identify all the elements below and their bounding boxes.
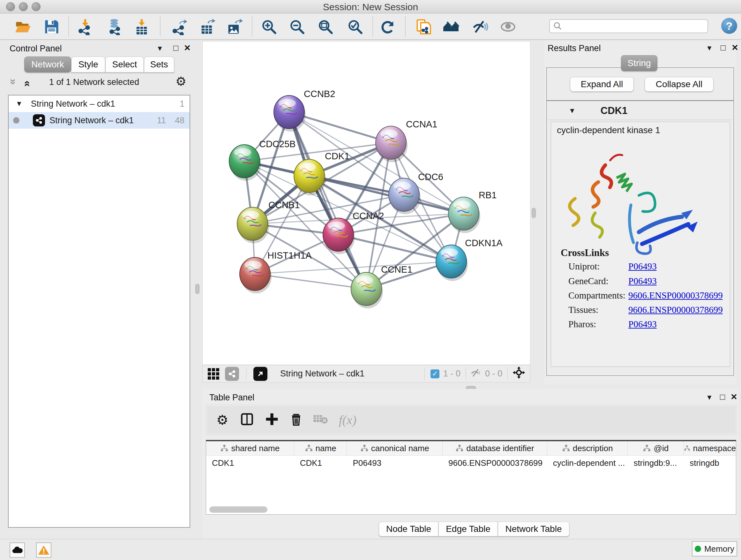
panel-close-icon[interactable]: ✕ <box>731 44 738 52</box>
crosslink-label: GeneCard: <box>568 276 609 287</box>
add-column-icon[interactable] <box>265 412 279 428</box>
tab-style[interactable]: Style <box>71 57 105 72</box>
open-session-icon[interactable] <box>14 18 32 36</box>
export-network-icon[interactable] <box>171 18 189 36</box>
column-header[interactable]: canonical name <box>347 441 443 455</box>
crosslink-tissues-link[interactable]: 9606.ENSP00000378699 <box>628 305 723 315</box>
export-image-icon[interactable] <box>225 18 243 36</box>
column-header[interactable]: database identifier <box>443 441 547 455</box>
network-status-dot <box>13 117 19 124</box>
gene-symbol: CDK1 <box>601 105 627 117</box>
zoom-selected-icon[interactable] <box>346 18 364 36</box>
panel-float-icon[interactable]: □ <box>720 393 725 401</box>
network-node-CCNE1[interactable]: CCNE1 <box>351 264 412 308</box>
panel-menu-icon[interactable]: ▼ <box>156 44 163 53</box>
tab-edge-table[interactable]: Edge Table <box>439 522 498 537</box>
tab-sets[interactable]: Sets <box>144 57 174 72</box>
save-session-icon[interactable] <box>43 18 61 36</box>
status-footer: Memory <box>0 539 741 560</box>
hide-selected-icon[interactable] <box>471 18 489 36</box>
grid-view-icon[interactable] <box>208 368 219 380</box>
network-node-CDC6[interactable]: CDC6 <box>389 172 443 214</box>
birdseye-navigator-icon[interactable] <box>512 366 526 381</box>
cloud-button[interactable] <box>10 543 25 558</box>
column-header[interactable]: @id <box>628 441 684 455</box>
expand-all-button[interactable]: Expand All <box>570 77 634 91</box>
hidden-eye-icon[interactable] <box>470 368 482 380</box>
results-list-box: ▼ CDK1 cyclin-dependent kinase 1 <box>546 101 734 376</box>
panel-close-icon[interactable]: ✕ <box>731 393 738 401</box>
export-table-icon[interactable] <box>199 18 216 36</box>
network-graph[interactable]: CCNB2CCNA1CDC25BCDK1CDC6RB1CCNB1CCNA2HIS… <box>202 41 530 365</box>
crosslink-pharos-link[interactable]: P06493 <box>628 319 657 329</box>
show-all-icon[interactable] <box>499 18 517 36</box>
network-status-bar: String Network – cdk1 ✓ 1 - 0 0 - 0 <box>202 365 530 382</box>
function-builder-button: f(x) <box>339 413 357 428</box>
table-settings-gear-icon[interactable]: ⚙ <box>216 412 228 428</box>
node-label-CDC6: CDC6 <box>418 172 443 182</box>
right-splitter-handle[interactable] <box>532 208 536 218</box>
collapse-all-button[interactable]: Collapse All <box>645 77 714 91</box>
crosslink-compartments-link[interactable]: 9606.ENSP00000378699 <box>628 290 723 301</box>
import-table-icon[interactable] <box>133 18 151 36</box>
share-network-icon[interactable] <box>225 367 239 381</box>
copy-network-icon[interactable] <box>414 18 432 36</box>
search-input[interactable] <box>562 21 698 32</box>
panel-close-icon[interactable]: ✕ <box>184 44 191 52</box>
help-icon[interactable]: ? <box>721 18 737 34</box>
selected-nodes-checkbox-icon[interactable]: ✓ <box>430 369 440 378</box>
network-options-gear-icon[interactable]: ⚙ <box>176 74 186 88</box>
show-columns-icon[interactable] <box>240 412 254 428</box>
home-icon[interactable] <box>442 18 460 36</box>
panel-float-icon[interactable]: □ <box>721 44 726 52</box>
gene-expand-icon[interactable]: ▼ <box>569 107 576 115</box>
network-edge-count: 48 <box>175 116 185 125</box>
column-header[interactable]: description <box>547 441 628 455</box>
tab-string[interactable]: String <box>621 55 657 71</box>
zoom-in-icon[interactable] <box>260 18 278 36</box>
search-box[interactable] <box>549 19 708 33</box>
application-window: Session: New Session <box>0 0 741 560</box>
node-label-CCNB2: CCNB2 <box>304 89 335 99</box>
delete-table-icon <box>313 413 328 427</box>
tab-network-table[interactable]: Network Table <box>498 522 569 537</box>
network-node-CCNA1[interactable]: CCNA1 <box>376 119 437 162</box>
crosslink-genecard-link[interactable]: P06493 <box>628 276 657 287</box>
zoom-fit-icon[interactable] <box>317 18 334 36</box>
network-node-CCNB2[interactable]: CCNB2 <box>274 89 335 132</box>
left-splitter-handle[interactable] <box>195 284 199 294</box>
network-node-CDKN1A[interactable]: CDKN1A <box>436 238 502 281</box>
panel-float-icon[interactable]: □ <box>173 44 179 52</box>
crosslink-uniprot-link[interactable]: P06493 <box>628 261 657 272</box>
refresh-icon[interactable] <box>379 18 397 36</box>
import-network-from-database-icon[interactable] <box>106 18 124 36</box>
delete-column-icon[interactable] <box>289 412 303 428</box>
warning-button[interactable] <box>36 543 51 558</box>
zoom-out-icon[interactable] <box>288 18 306 36</box>
panel-menu-icon[interactable]: ▼ <box>706 44 713 52</box>
collection-expand-icon[interactable]: ▼ <box>16 100 23 108</box>
network-selection-status: 1 of 1 Network selected <box>8 77 180 87</box>
gene-header-row[interactable]: ▼ CDK1 <box>548 102 733 120</box>
horizontal-scrollbar[interactable] <box>209 506 267 513</box>
network-row-selected[interactable]: String Network – cdk1 11 48 <box>9 112 190 129</box>
node-label-CCNA2: CCNA2 <box>353 211 384 221</box>
column-header[interactable]: name <box>294 441 347 455</box>
column-header[interactable]: namespace <box>684 441 736 455</box>
tab-network[interactable]: Network <box>24 57 71 72</box>
network-node-RB1[interactable]: RB1 <box>448 190 496 233</box>
tab-select[interactable]: Select <box>105 57 144 72</box>
column-header[interactable]: shared name <box>206 441 294 455</box>
memory-button[interactable]: Memory <box>692 541 737 557</box>
network-node-HIST1H1A[interactable]: HIST1H1A <box>240 250 312 294</box>
fit-selected-icon[interactable] <box>253 367 267 381</box>
network-collection-row[interactable]: ▼ String Network – cdk1 1 <box>9 96 190 112</box>
cloud-icon <box>12 546 23 554</box>
table-row[interactable]: CDK1 CDK1 P06493 9606.ENSP00000378699 cy… <box>206 455 736 470</box>
panel-menu-icon[interactable]: ▼ <box>706 393 713 401</box>
tab-node-table[interactable]: Node Table <box>379 522 439 537</box>
network-label: String Network – cdk1 <box>50 116 134 125</box>
selected-count: 1 - 0 <box>443 369 461 379</box>
import-network-icon[interactable] <box>76 18 94 36</box>
toolbar-separator <box>252 17 253 37</box>
